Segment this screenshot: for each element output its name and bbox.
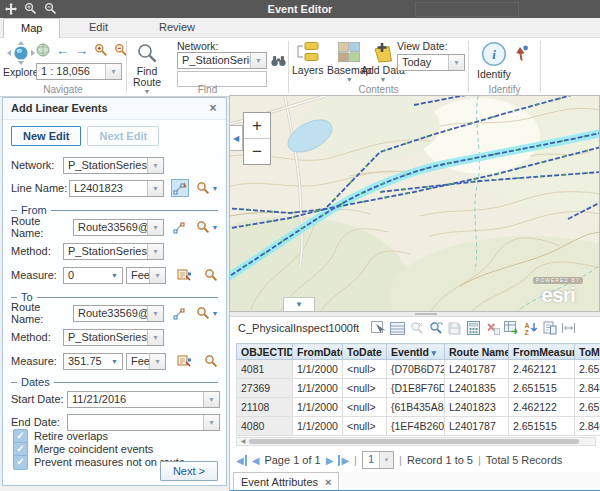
column-header-tomeasure[interactable]: ToMeasure bbox=[575, 344, 600, 360]
from-select-route-icon[interactable] bbox=[171, 218, 189, 236]
table-cell[interactable]: <null> bbox=[343, 379, 387, 398]
select-line-on-map-icon[interactable] bbox=[171, 179, 189, 197]
tab-map[interactable]: Map bbox=[3, 18, 60, 38]
end-date-dropdown[interactable]: ▼ bbox=[67, 414, 220, 431]
to-measure-dropdown[interactable]: 351.75▼ bbox=[63, 353, 123, 370]
to-pick-measure-icon[interactable] bbox=[175, 352, 193, 370]
pin-tool-icon[interactable] bbox=[516, 45, 529, 62]
prev-page-icon[interactable]: ◀ bbox=[252, 455, 260, 466]
table-cell[interactable]: 2.651515 bbox=[575, 398, 600, 417]
new-edit-button[interactable]: New Edit bbox=[11, 126, 81, 146]
column-header-eventid[interactable]: EventId ▾ bbox=[387, 344, 445, 360]
table-row[interactable]: 40811/1/2000<null>{D70B6D72-3L24017872.4… bbox=[237, 360, 600, 379]
table-cell[interactable]: 1/1/2000 bbox=[293, 360, 343, 379]
scale-dropdown[interactable]: 1 : 18,056▼ bbox=[36, 63, 122, 80]
next-button[interactable]: Next > bbox=[160, 461, 218, 481]
attribute-view-icon[interactable] bbox=[540, 320, 559, 337]
start-date-dropdown[interactable]: 11/21/2016▼ bbox=[67, 391, 220, 408]
collapse-panel-icon[interactable]: ◀ bbox=[230, 125, 243, 151]
table-cell[interactable]: L2401823 bbox=[445, 398, 509, 417]
export-table-icon[interactable] bbox=[502, 320, 521, 337]
table-cell[interactable]: <null> bbox=[343, 360, 387, 379]
table-cell[interactable]: 2.651515 bbox=[575, 360, 600, 379]
select-records-icon[interactable] bbox=[369, 320, 388, 337]
table-row[interactable]: 40801/1/2000<null>{1EF4B260-FL24017872.6… bbox=[237, 417, 600, 436]
next-extent-icon[interactable]: → bbox=[75, 44, 88, 57]
column-header-todate[interactable]: ToDate bbox=[343, 344, 387, 360]
page-select[interactable]: 1▼ bbox=[362, 451, 394, 469]
previous-extent-icon[interactable]: ← bbox=[56, 44, 69, 57]
table-cell[interactable]: L2401835 bbox=[445, 379, 509, 398]
table-cell[interactable]: 2.840909 bbox=[575, 417, 600, 436]
from-zoom-icon[interactable]: ▼ bbox=[195, 218, 219, 236]
next-edit-button[interactable]: Next Edit bbox=[87, 126, 159, 146]
table-cell[interactable]: 2.651515 bbox=[509, 417, 575, 436]
last-page-icon[interactable]: ▶ bbox=[338, 455, 349, 466]
table-cell[interactable]: 4080 bbox=[237, 417, 293, 436]
map-zoom-in-button[interactable]: + bbox=[244, 113, 270, 139]
network-ribbon-dropdown[interactable]: P_StationSeries▼ bbox=[177, 52, 267, 69]
table-cell[interactable]: {D70B6D72-3 bbox=[387, 360, 445, 379]
table-cell[interactable]: 2.462122 bbox=[509, 398, 575, 417]
sort-icon[interactable]: AZ bbox=[521, 320, 540, 337]
scrollbar-thumb[interactable] bbox=[249, 439, 579, 444]
binoculars-icon[interactable] bbox=[271, 54, 286, 67]
table-cell[interactable]: <null> bbox=[343, 417, 387, 436]
column-header-objectid[interactable]: OBJECTID bbox=[237, 344, 293, 360]
to-unit-dropdown[interactable]: Feet▼ bbox=[126, 353, 166, 370]
scroll-left-icon[interactable]: ◀ bbox=[238, 438, 248, 445]
to-select-route-icon[interactable] bbox=[171, 304, 189, 322]
tab-close-icon[interactable]: × bbox=[325, 473, 331, 491]
table-cell[interactable]: 27369 bbox=[237, 379, 293, 398]
table-cell[interactable]: 2.840909 bbox=[575, 379, 600, 398]
prevent-measures-checkbox[interactable]: ✓ bbox=[13, 455, 28, 470]
layers-button[interactable]: Layers bbox=[292, 42, 324, 76]
show-selected-icon[interactable] bbox=[388, 320, 407, 337]
map-canvas[interactable]: + − ◀ ▼ POWERED BY esri bbox=[229, 95, 600, 312]
table-cell[interactable]: {1EF4B260-F bbox=[387, 417, 445, 436]
save-icon[interactable] bbox=[445, 320, 464, 337]
event-attributes-tab[interactable]: Event Attributes × bbox=[233, 472, 339, 491]
column-header-fromdate[interactable]: FromDate bbox=[293, 344, 343, 360]
column-header-route-name[interactable]: Route Name bbox=[445, 344, 509, 360]
to-method-dropdown[interactable]: P_StationSeries▼ bbox=[63, 329, 164, 346]
first-page-icon[interactable]: ◀ bbox=[236, 455, 247, 466]
table-row[interactable]: 273691/1/2000<null>{D1E8F76D-FL24018352.… bbox=[237, 379, 600, 398]
to-measure-zoom-icon[interactable] bbox=[202, 352, 220, 370]
fit-columns-icon[interactable] bbox=[559, 320, 578, 337]
table-cell[interactable]: 21108 bbox=[237, 398, 293, 417]
table-cell[interactable]: 1/1/2000 bbox=[293, 398, 343, 417]
table-cell[interactable]: 2.651515 bbox=[509, 379, 575, 398]
panel-close-icon[interactable]: × bbox=[206, 101, 220, 115]
from-method-dropdown[interactable]: P_StationSeries▼ bbox=[63, 243, 164, 260]
next-page-icon[interactable]: ▶ bbox=[326, 455, 334, 466]
column-header-frommeasure[interactable]: FromMeasure bbox=[509, 344, 575, 360]
line-name-dropdown[interactable]: L2401823▼ bbox=[69, 180, 164, 197]
table-cell[interactable]: 1/1/2000 bbox=[293, 379, 343, 398]
explore-button[interactable]: Explore bbox=[3, 41, 39, 78]
table-hscrollbar[interactable]: ◀ bbox=[236, 437, 596, 446]
table-cell[interactable]: 1/1/2000 bbox=[293, 417, 343, 436]
from-measure-zoom-icon[interactable] bbox=[202, 266, 220, 284]
table-cell[interactable]: {D1E8F76D-F bbox=[387, 379, 445, 398]
collapse-table-icon[interactable]: ▼ bbox=[283, 297, 315, 311]
table-cell[interactable]: L2401787 bbox=[445, 360, 509, 379]
table-cell[interactable]: 4081 bbox=[237, 360, 293, 379]
tab-edit[interactable]: Edit bbox=[72, 18, 125, 36]
calculate-icon[interactable] bbox=[464, 320, 483, 337]
table-cell[interactable]: L2401787 bbox=[445, 417, 509, 436]
clear-selection-zoom-icon[interactable] bbox=[407, 320, 426, 337]
from-route-dropdown[interactable]: Route33569@Cente▼ bbox=[73, 219, 164, 236]
table-row[interactable]: 211081/1/2000<null>{61B435A8-3L24018232.… bbox=[237, 398, 600, 417]
default-extent-icon[interactable] bbox=[36, 43, 50, 57]
to-route-dropdown[interactable]: Route33569@Cente▼ bbox=[73, 305, 164, 322]
from-pick-measure-icon[interactable] bbox=[175, 266, 193, 284]
delete-record-icon[interactable] bbox=[483, 320, 502, 337]
tab-review[interactable]: Review bbox=[142, 18, 212, 36]
map-zoom-out-button[interactable]: − bbox=[244, 139, 270, 164]
network-dropdown[interactable]: P_StationSeries▼ bbox=[63, 157, 164, 174]
table-cell[interactable]: <null> bbox=[343, 398, 387, 417]
table-cell[interactable]: 2.462121 bbox=[509, 360, 575, 379]
to-zoom-icon[interactable]: ▼ bbox=[195, 304, 219, 322]
zoom-to-line-icon[interactable]: ▼ bbox=[195, 179, 219, 197]
